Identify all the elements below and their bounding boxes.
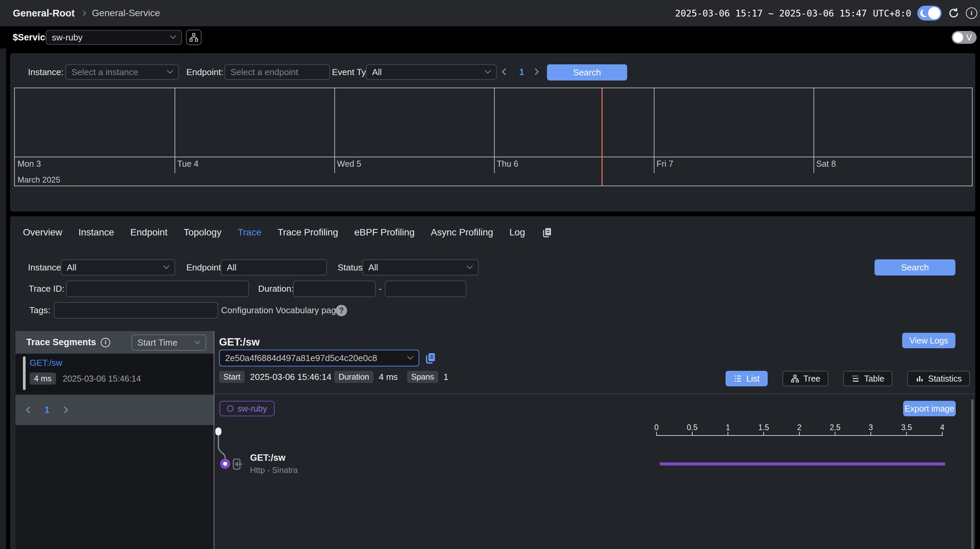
- current-time-marker: [601, 88, 603, 186]
- calendar-day[interactable]: Fri 7: [657, 159, 673, 169]
- duration-min-input[interactable]: [293, 281, 376, 297]
- duration-max-input[interactable]: [385, 281, 466, 297]
- breadcrumb: General-Root General-Service: [13, 0, 160, 26]
- instance-filter-select[interactable]: Select a instance: [65, 64, 179, 80]
- tab-async-profiling[interactable]: Async Profiling: [431, 227, 493, 238]
- start-badge: Start: [219, 371, 245, 383]
- time-range[interactable]: 2025-03-06 15:17 ~ 2025-03-06 15:47: [675, 8, 867, 19]
- chevron-down-icon: [170, 33, 176, 39]
- segment-start-time: 2025-03-06 15:46:14: [63, 373, 141, 385]
- question-icon[interactable]: ?: [336, 305, 347, 316]
- scrollbar-thumb[interactable]: [971, 399, 974, 549]
- dashboard-tabs: Overview Instance Endpoint Topology Trac…: [10, 221, 975, 244]
- segment-name[interactable]: GET:/sw: [30, 358, 62, 368]
- trace-endpoint-input[interactable]: [221, 259, 327, 276]
- info-icon[interactable]: i: [966, 7, 977, 19]
- axis-tick: 2: [797, 423, 802, 432]
- view-tree-button[interactable]: Tree: [783, 371, 828, 386]
- segments-pagination: 1: [16, 395, 214, 425]
- dark-mode-toggle[interactable]: [917, 6, 942, 21]
- trace-id-input[interactable]: [66, 281, 249, 297]
- service-label: $Service: [13, 26, 50, 49]
- calendar-month-label: March 2025: [18, 175, 60, 184]
- events-search-button[interactable]: Search: [547, 64, 627, 81]
- endpoint-filter-input[interactable]: [224, 64, 330, 80]
- trace-title: GET:/sw: [219, 336, 260, 348]
- copy-tabs-icon[interactable]: [541, 227, 553, 238]
- chevron-down-icon: [466, 263, 473, 269]
- view-statistics-label: Statistics: [928, 374, 962, 384]
- day-gridline: [334, 88, 335, 173]
- trace-endpoint-label: Endpoint:: [186, 259, 223, 276]
- view-table-button[interactable]: Table: [843, 371, 892, 386]
- chevron-down-icon: [194, 338, 200, 344]
- view-tree-label: Tree: [803, 374, 820, 384]
- tab-trace[interactable]: Trace: [238, 227, 261, 238]
- span-name[interactable]: GET:/sw: [250, 453, 285, 463]
- tab-trace-profiling[interactable]: Trace Profiling: [278, 227, 338, 238]
- event-type-select[interactable]: All: [366, 64, 497, 80]
- view-list-button[interactable]: List: [725, 371, 768, 386]
- next-page-icon[interactable]: [532, 68, 539, 75]
- calendar-day[interactable]: Wed 5: [337, 159, 361, 169]
- day-gridline: [654, 88, 654, 173]
- sort-select[interactable]: Start Time: [131, 335, 206, 351]
- page-number[interactable]: 1: [515, 64, 528, 80]
- copy-trace-id-icon[interactable]: [424, 352, 437, 365]
- event-type-value: All: [372, 67, 382, 78]
- instance-filter-placeholder: Select a instance: [72, 67, 138, 78]
- day-gridline: [494, 88, 495, 173]
- export-image-button[interactable]: Export image: [903, 401, 956, 416]
- next-page-icon[interactable]: [61, 406, 68, 413]
- service-tag[interactable]: sw-ruby: [220, 401, 275, 416]
- axis-tick: 1: [726, 423, 730, 432]
- segments-info-icon[interactable]: i: [101, 338, 110, 347]
- trace-id-select[interactable]: 2e50a4f6884d497a81e97d5c4c20e0c8: [219, 350, 419, 367]
- calendar-day[interactable]: Tue 4: [177, 159, 199, 169]
- calendar-day[interactable]: Sat 8: [816, 159, 836, 169]
- left-gutter: [0, 26, 6, 549]
- variables-toggle-label: V: [966, 31, 972, 44]
- tab-endpoint[interactable]: Endpoint: [130, 227, 168, 238]
- segment-duration-badge: 4 ms: [30, 373, 56, 385]
- tab-topology[interactable]: Topology: [184, 227, 221, 238]
- endpoint-filter-label: Endpoint:: [186, 64, 223, 80]
- instance-filter-label: Instance:: [28, 64, 64, 80]
- variables-toggle[interactable]: V: [952, 31, 977, 44]
- vocabulary-link[interactable]: Configuration Vocabulary page: [221, 302, 341, 319]
- trace-instance-select[interactable]: All: [60, 259, 175, 276]
- view-statistics-button[interactable]: Statistics: [907, 371, 970, 386]
- axis-tick: 0: [654, 423, 659, 432]
- view-logs-button[interactable]: View Logs: [902, 333, 955, 348]
- tab-instance[interactable]: Instance: [78, 227, 114, 238]
- trace-id-label: Trace ID:: [29, 281, 64, 297]
- span-component: Http - Sinatra: [250, 465, 298, 475]
- service-select[interactable]: sw-ruby: [46, 30, 182, 45]
- prev-page-icon[interactable]: [26, 406, 33, 413]
- page-number[interactable]: 1: [45, 405, 49, 415]
- tags-label: Tags:: [29, 302, 50, 319]
- prev-page-icon[interactable]: [502, 68, 509, 75]
- refresh-icon[interactable]: [948, 7, 960, 19]
- breadcrumb-root[interactable]: General-Root: [13, 8, 75, 19]
- statistics-icon: [915, 374, 924, 383]
- calendar-day[interactable]: Mon 3: [18, 159, 41, 169]
- tags-input[interactable]: [54, 302, 218, 319]
- event-timeline-calendar[interactable]: Mon 3 Tue 4 Wed 5 Thu 6 Fri 7 Sat 8 Marc…: [14, 87, 973, 186]
- tab-log[interactable]: Log: [509, 227, 525, 238]
- calendar-day[interactable]: Thu 6: [497, 159, 518, 169]
- trace-status-select[interactable]: All: [362, 259, 479, 276]
- sort-select-value: Start Time: [137, 338, 177, 348]
- axis-line: [657, 435, 943, 436]
- tab-overview[interactable]: Overview: [23, 227, 62, 238]
- span-duration-bar[interactable]: [660, 462, 945, 465]
- span-node[interactable]: [220, 459, 230, 469]
- service-dot-icon: [227, 405, 234, 412]
- trace-segment-item[interactable]: GET:/sw 4 ms 2025-03-06 15:46:14: [16, 354, 214, 393]
- breadcrumb-current: General-Service: [92, 8, 160, 19]
- topology-icon: [189, 33, 199, 42]
- trace-instance-label: Instance:: [28, 259, 64, 276]
- tab-ebpf-profiling[interactable]: eBPF Profiling: [354, 227, 415, 238]
- topology-button[interactable]: [186, 30, 202, 45]
- trace-search-button[interactable]: Search: [875, 259, 955, 276]
